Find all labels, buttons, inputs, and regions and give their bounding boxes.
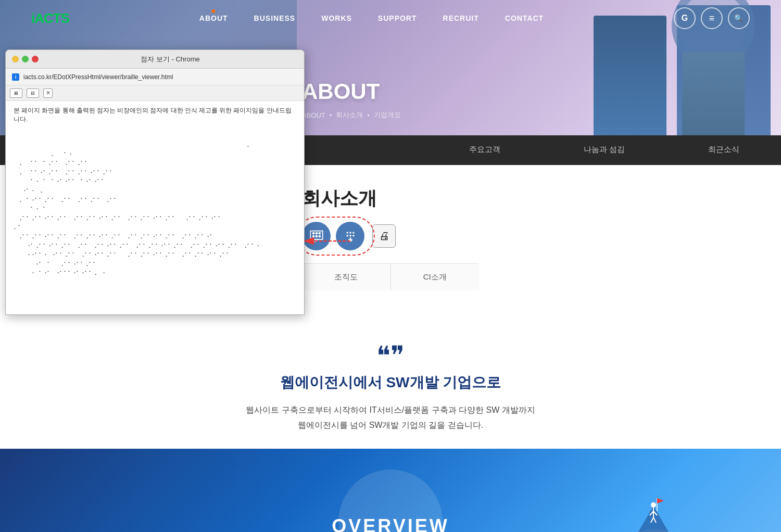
chrome-window-controls [12, 56, 39, 62]
quote-mark: ❝❞ [52, 343, 729, 369]
quote-desc-line1: 웹사이트 구축으로부터 시작하여 IT서비스/플랫폼 구축과 다양한 SW 개발… [52, 403, 729, 418]
sub-nav-items: 주요고객 나눔과 섬김 최근소식 [427, 135, 781, 165]
chrome-addressbar[interactable]: i iacts.co.kr/EDotXPressHtml/viewer/brai… [6, 69, 304, 85]
nav-item-recruit[interactable]: RECRUIT [443, 14, 479, 23]
sub-tabs: 조직도 CI소개 [302, 263, 479, 290]
sub-tab-org-chart[interactable]: 조직도 [302, 264, 391, 290]
hamburger-icon: ≡ [709, 13, 715, 24]
svg-point-14 [651, 502, 656, 508]
toolbar-grid-icon[interactable]: ⊞ [10, 88, 22, 98]
nav-item-works[interactable]: WORKS [321, 14, 352, 23]
overview-banner: OVERVIEW [0, 449, 781, 532]
nav-item-contact[interactable]: CONTACT [505, 14, 544, 23]
sub-nav-item-sharing[interactable]: 나눔과 섬김 [542, 135, 666, 165]
navbar: iACTS ABOUT BUSINESS WORKS SUPPORT RECRU… [0, 0, 781, 36]
chrome-close-button[interactable] [32, 56, 39, 62]
sub-nav-item-news[interactable]: 최근소식 [666, 135, 781, 165]
print-icon: 🖨 [379, 230, 389, 242]
toolbar-close-icon[interactable]: ✕ [43, 88, 53, 98]
overview-text: OVERVIEW [332, 515, 449, 532]
chrome-toolbar: ⊞ ⊟ ✕ [6, 85, 304, 101]
chrome-window-title: 점자 보기 - Chrome [43, 55, 298, 64]
search-icon: 🔍 [734, 14, 743, 22]
quote-title: 웹에이전시에서 SW개발 기업으로 [52, 373, 729, 392]
overview-person [630, 475, 677, 532]
nav-icons: G ≡ 🔍 [674, 7, 750, 29]
sub-tab-ci[interactable]: CI소개 [391, 264, 480, 290]
hamburger-button[interactable]: ≡ [701, 7, 723, 29]
sub-nav-item-customers[interactable]: 주요고객 [427, 135, 542, 165]
nav-active-dot [212, 9, 216, 13]
braille-display: ⠀⠀⠀⠀⠀⠀⠀⠀⠀⠀⠀⠀⠀⠀⠀⠀⠀⠀⠀⠀⠀⠀⠀⠀⠀⠀⠀⠀⠀⠀⠀⠀⠀⠀⠀⠀⠀⠀⠀⠀… [14, 132, 296, 288]
chrome-minimize-button[interactable] [12, 56, 19, 62]
hero-content: ABOUT ABOUT • 회사소개 • 기업개요 [302, 79, 401, 120]
nav-item-support[interactable]: SUPPORT [378, 14, 417, 23]
translate-button[interactable]: G [674, 7, 696, 29]
nav-item-about[interactable]: ABOUT [199, 14, 228, 23]
section-title: 회사소개 [302, 186, 479, 211]
chrome-maximize-button[interactable] [22, 56, 29, 62]
quote-desc-line2: 웹에이전시를 넘어 SW개발 기업의 길을 걷습니다. [52, 418, 729, 433]
chrome-titlebar: 점자 보기 - Chrome [6, 50, 304, 69]
logo[interactable]: iACTS [31, 10, 69, 27]
nav-links: ABOUT BUSINESS WORKS SUPPORT RECRUIT CON… [199, 14, 544, 23]
chrome-content[interactable]: 본 페이지 화면을 통해 출력된 점자는 비장애인의 점자에 대한 인식 제고를… [6, 101, 304, 314]
chrome-url[interactable]: iacts.co.kr/EDotXPressHtml/viewer/braill… [23, 73, 298, 81]
annotation-arrow [301, 233, 353, 251]
toolbar-list-icon[interactable]: ⊟ [27, 88, 39, 98]
translate-icon: G [682, 14, 688, 23]
quote-section: ❝❞ 웹에이전시에서 SW개발 기업으로 웹사이트 구축으로부터 시작하여 IT… [0, 316, 781, 449]
chrome-window: 점자 보기 - Chrome i iacts.co.kr/EDotXPressH… [5, 49, 305, 315]
print-button[interactable]: 🖨 [372, 224, 396, 248]
nav-item-business[interactable]: BUSINESS [254, 14, 296, 23]
chrome-description: 본 페이지 화면을 통해 출력된 점자는 비장애인의 점자에 대한 인식 제고를… [14, 106, 296, 124]
breadcrumb: ABOUT • 회사소개 • 기업개요 [302, 110, 401, 120]
search-button[interactable]: 🔍 [728, 7, 750, 29]
chrome-favicon: i [12, 73, 19, 81]
svg-marker-21 [657, 498, 664, 503]
hero-title: ABOUT [302, 79, 401, 104]
